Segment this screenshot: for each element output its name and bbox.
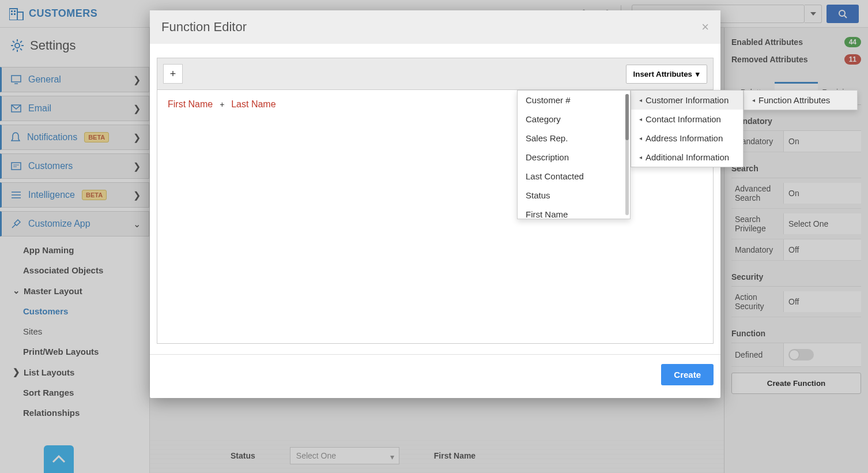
menu-item-first-name[interactable]: First Name	[518, 205, 630, 219]
menu-level-1: ◂ Function Attributes	[744, 90, 858, 110]
add-token-button[interactable]: +	[163, 64, 183, 84]
modal-header: Function Editor ×	[150, 10, 720, 44]
caret-left-icon: ◂	[639, 154, 642, 160]
menu-item-customer-num[interactable]: Customer #	[518, 91, 630, 110]
caret-left-icon: ◂	[639, 97, 642, 103]
menu-item-address-info[interactable]: ◂Address Information	[631, 129, 743, 148]
menu-item-status[interactable]: Status	[518, 186, 630, 205]
close-icon[interactable]: ×	[701, 20, 709, 35]
function-editor-modal: Function Editor × + Insert Attributes ▾ …	[150, 10, 720, 398]
editor-toolbar: + Insert Attributes ▾	[157, 58, 714, 90]
modal-title: Function Editor	[161, 20, 247, 35]
menu-item-customer-info[interactable]: ◂Customer Information	[631, 91, 743, 110]
token-first-name[interactable]: First Name	[168, 99, 213, 109]
menu-level-2: ◂Customer Information ◂Contact Informati…	[631, 90, 744, 167]
menu-item-additional-info[interactable]: ◂Additional Information	[631, 148, 743, 167]
menu-item-description[interactable]: Description	[518, 148, 630, 167]
caret-down-icon: ▾	[696, 70, 700, 78]
concat-operator: +	[220, 100, 224, 109]
caret-left-icon: ◂	[639, 116, 642, 122]
caret-left-icon: ◂	[639, 135, 642, 141]
menu-level-3: Customer # Category Sales Rep. Descripti…	[517, 90, 631, 219]
menu-item-last-contacted[interactable]: Last Contacted	[518, 167, 630, 186]
modal-footer: Create	[150, 354, 720, 398]
menu-item-category[interactable]: Category	[518, 110, 630, 129]
menu-item-function-attributes[interactable]: ◂ Function Attributes	[744, 91, 857, 110]
menu-item-sales-rep[interactable]: Sales Rep.	[518, 129, 630, 148]
insert-attributes-button[interactable]: Insert Attributes ▾	[626, 65, 707, 84]
caret-left-icon: ◂	[752, 97, 755, 103]
menu-item-contact-info[interactable]: ◂Contact Information	[631, 110, 743, 129]
create-button[interactable]: Create	[661, 364, 714, 385]
scrollbar-thumb[interactable]	[625, 94, 629, 140]
token-last-name[interactable]: Last Name	[231, 99, 276, 109]
